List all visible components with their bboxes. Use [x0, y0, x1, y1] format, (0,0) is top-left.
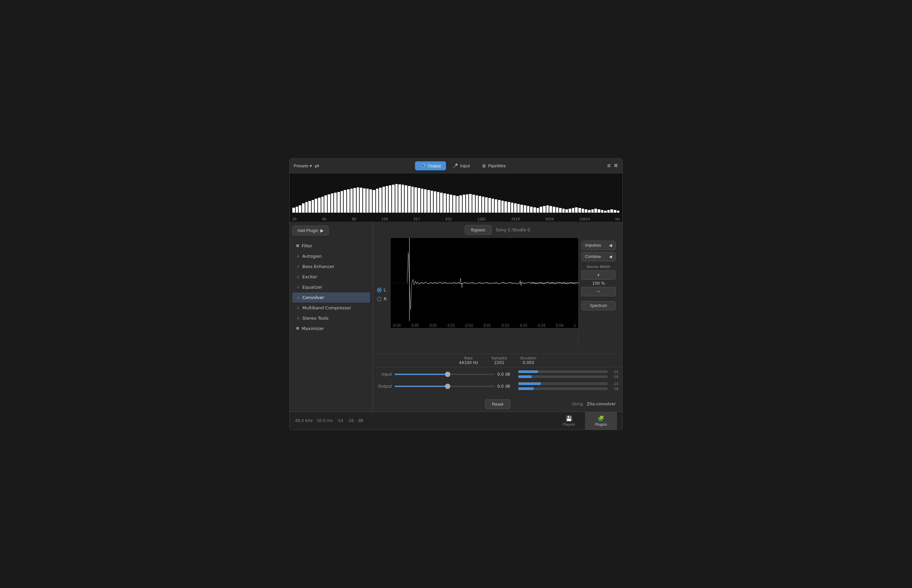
menu-button[interactable]: ≡	[607, 162, 611, 169]
bass-enhancer-icon	[296, 265, 300, 268]
spectrum-bar-49	[450, 195, 452, 213]
footer-plugins-label: Plugins	[595, 422, 607, 426]
input-slider-fill	[395, 374, 448, 375]
input-level-row-2: -18	[518, 375, 618, 379]
using-label: Using Zita-convolver	[571, 402, 616, 406]
combine-button[interactable]: Combine ◀	[581, 252, 616, 261]
input-level-row-1: -16	[518, 370, 618, 374]
spectrum-bar-42	[427, 190, 430, 213]
app-window: Presets ▾ ⇄ 🔊 Output 🎤 Input 🖥 PipeWire …	[289, 158, 623, 430]
plugin-convolver-label: Convolver	[302, 295, 324, 300]
spectrum-bar-89	[578, 208, 581, 213]
refresh-button[interactable]: ⇄	[315, 163, 319, 169]
sidebar-item-bass-enhancer[interactable]: Bass Enhancer	[292, 261, 370, 272]
spectrum-bar-93	[591, 209, 594, 213]
sidebar-item-stereo-tools[interactable]: Stereo Tools	[292, 313, 370, 323]
channel-r-radio-circle	[377, 297, 382, 301]
sidebar-item-exciter[interactable]: Exciter	[292, 272, 370, 282]
footer-tabs: 💾 Players 🧩 Plugins	[553, 412, 617, 430]
spectrum-bar-72	[524, 205, 526, 213]
output-label: Output	[377, 384, 392, 389]
reset-label: Reset	[492, 402, 503, 407]
output-level-track-1	[518, 382, 608, 385]
using-prefix: Using	[571, 402, 583, 406]
footer-players-label: Players	[563, 422, 575, 426]
channel-l-radio-circle	[377, 288, 382, 292]
output-db-1: -14	[609, 382, 618, 386]
spectrum-bar-5	[308, 201, 311, 213]
spectrum-bar-81	[553, 207, 555, 213]
channel-r-label: R	[384, 296, 387, 301]
freq-labels: 20 40 80 159 317 632 1262 2518 5024 1002…	[290, 216, 622, 222]
sidebar-item-filter[interactable]: Filter	[292, 241, 370, 251]
spectrum-bar-64	[498, 200, 501, 213]
close-button[interactable]: ✕	[613, 162, 618, 169]
spectrum-bar-7	[315, 199, 317, 213]
plugin-list: Filter Autogain Bass Enhancer Exciter Eq…	[292, 241, 370, 334]
spectrum-bar-17	[347, 189, 350, 213]
spectrum-bar-4	[305, 202, 308, 213]
footer-latency: 10.0 ms	[317, 418, 333, 423]
spectrum-bar-24	[369, 189, 372, 213]
freq-2518: 2518	[511, 217, 520, 221]
stereo-width-plus-button[interactable]: +	[581, 270, 616, 279]
footer: 48.0 kHz 10.0 ms -14 -16 dB 💾 Players 🧩 …	[290, 412, 622, 430]
input-slider-track[interactable]	[395, 374, 495, 375]
sidebar-item-multiband-compressor[interactable]: Multiband Compressor	[292, 303, 370, 313]
sidebar-item-autogain[interactable]: Autogain	[292, 251, 370, 261]
presets-button[interactable]: Presets ▾	[294, 163, 312, 168]
main-panel: Bypass Sony C-Studio C L R	[373, 222, 622, 412]
spectrum-bar-25	[373, 190, 375, 213]
spectrum-bar-0	[292, 208, 295, 213]
plugin-bass-enhancer-label: Bass Enhancer	[302, 264, 334, 269]
freq-hz: Hz	[615, 217, 620, 221]
plugin-exciter-label: Exciter	[302, 274, 317, 279]
spectrum-bar-68	[511, 203, 514, 213]
input-level-meters: -16 -18	[518, 370, 618, 379]
spectrum-bar-22	[363, 188, 366, 213]
sidebar-item-convolver[interactable]: Convolver	[292, 292, 370, 303]
tab-output[interactable]: 🔊 Output	[415, 162, 446, 170]
impulses-button[interactable]: Impulses ◀	[581, 241, 616, 250]
sidebar: Add Plugin ▶ Filter Autogain Bass Enhanc…	[290, 222, 373, 412]
reset-button[interactable]: Reset	[485, 399, 510, 409]
spectrum-bar-98	[607, 210, 610, 213]
spectrum-bar-99	[610, 209, 613, 213]
spectrum-bar-30	[389, 185, 391, 213]
spectrum-bar-63	[495, 199, 497, 213]
bypass-button[interactable]: Bypass	[465, 225, 492, 235]
channel-l-radio[interactable]: L	[377, 288, 387, 292]
spectrum-label: Spectrum	[590, 303, 607, 308]
output-level-bar-1	[518, 382, 541, 385]
plugin-stereo-tools-label: Stereo Tools	[302, 316, 329, 321]
footer-tab-players[interactable]: 💾 Players	[553, 412, 585, 430]
spectrum-bar-88	[575, 207, 578, 213]
spectrum-bar-87	[572, 208, 575, 213]
convolver-icon	[296, 296, 300, 299]
add-plugin-button[interactable]: Add Plugin ▶	[292, 226, 329, 235]
bypass-label: Bypass	[471, 227, 485, 232]
spectrum-bar-10	[324, 195, 327, 213]
maximizer-icon	[296, 327, 299, 330]
output-slider-track[interactable]	[395, 386, 495, 387]
spectrum-button[interactable]: Spectrum	[581, 301, 616, 310]
spectrum-bar-78	[543, 206, 546, 213]
spectrum-bar-97	[604, 211, 607, 213]
input-slider-thumb[interactable]	[445, 372, 450, 377]
tab-input[interactable]: 🎤 Input	[447, 162, 475, 170]
spectrum-bar-73	[527, 206, 529, 213]
spectrum-bar-15	[341, 191, 343, 213]
tab-pipewire[interactable]: 🖥 PipeWire	[476, 162, 511, 170]
sidebar-item-maximizer[interactable]: Maximizer	[292, 323, 370, 334]
channel-r-radio[interactable]: R	[377, 296, 387, 301]
freq-5024: 5024	[546, 217, 554, 221]
freq-20: 20	[292, 217, 297, 221]
stereo-width-minus-button[interactable]: −	[581, 287, 616, 296]
sidebar-item-equalizer[interactable]: Equalizer	[292, 282, 370, 292]
spectrum-bar-14	[337, 192, 340, 213]
spectrum-bar-60	[485, 197, 487, 213]
duration-value: 0.050	[520, 360, 536, 365]
rate-value: 44100 Hz	[459, 360, 478, 365]
footer-tab-plugins[interactable]: 🧩 Plugins	[585, 412, 617, 430]
output-slider-thumb[interactable]	[445, 384, 450, 389]
